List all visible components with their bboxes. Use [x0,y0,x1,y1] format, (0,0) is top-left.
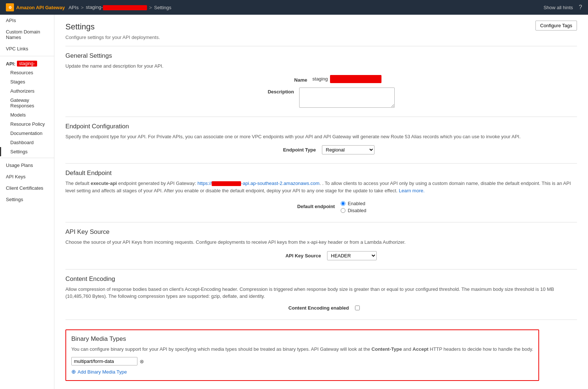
api-key-source-select[interactable]: HEADER AUTHORIZER [327,251,377,260]
default-endpoint-radio-group: Enabled Disabled [341,201,366,213]
binary-media-input-row: ⊗ [71,357,533,365]
api-key-source-desc: Choose the source of your API Keys from … [65,239,577,246]
sidebar-item-resources[interactable]: Resources [0,68,54,77]
enabled-option[interactable]: Enabled [341,201,366,206]
add-binary-media-type-link[interactable]: ⊕ Add Binary Media Type [71,368,533,375]
sidebar-item-global-settings[interactable]: Settings [0,194,54,205]
sidebar-item-models[interactable]: Models [0,110,54,119]
default-endpoint-label: Default endpoint [276,204,335,209]
breadcrumb-apis[interactable]: APIs [68,5,78,10]
execute-api-text: execute-api [91,181,117,186]
sidebar-item-documentation[interactable]: Documentation [0,129,54,138]
binary-media-types-outer-section: Binary Media Types You can configure bin… [65,320,577,381]
binary-media-desc-post: HTTP headers to decide how to handle the… [429,346,533,352]
content-encoding-checkbox[interactable] [355,306,360,310]
endpoint-url-suffix: -api.ap-southeast-2.amazonaws.com [241,181,319,186]
app-name: Amazon API Gateway [16,5,65,10]
content-encoding-title: Content Encoding [65,275,577,283]
api-key-source-label: API Key Source [266,253,321,258]
sidebar-item-custom-domain-names[interactable]: Custom Domain Names [0,26,54,43]
binary-media-types-desc: You can configure binary support for you… [71,346,533,353]
general-settings-title: General Settings [65,52,577,60]
endpoint-type-label: Endpoint Type [268,147,316,153]
api-key-source-title: API Key Source [65,228,577,236]
default-endpoint-desc: The default execute-api endpoint generat… [65,180,577,194]
sidebar-item-usage-plans[interactable]: Usage Plans [0,160,54,171]
endpoint-url-link[interactable]: https://-api.ap-southeast-2.amazonaws.co… [197,181,319,186]
binary-media-type-input[interactable] [71,357,137,365]
sidebar-item-gateway-responses[interactable]: Gateway Responses [0,96,54,110]
binary-media-types-title: Binary Media Types [71,335,533,343]
help-icon[interactable]: ? [579,4,582,11]
configure-tags-button[interactable]: Configure Tags [535,21,577,31]
disabled-label: Disabled [348,208,366,213]
show-hints-link[interactable]: Show all hints [544,5,573,10]
sidebar-divider-1 [0,56,54,56]
api-name-badge: staging- [17,61,37,67]
endpoint-type-select[interactable]: Regional Edge Optimized Private [322,145,374,154]
content-encoding-section: Content Encoding Allow compression of re… [65,269,577,311]
app-logo: ⚙ Amazon API Gateway [6,3,65,11]
disabled-radio[interactable] [341,208,345,213]
sidebar-item-authorizers[interactable]: Authorizers [0,86,54,96]
binary-media-desc-pre: You can configure binary support for you… [71,346,372,352]
name-prefix: staging [312,76,328,82]
sidebar-item-stages[interactable]: Stages [0,77,54,86]
description-label: Description [248,88,299,94]
general-settings-section: General Settings Update the name and des… [65,46,577,108]
content-encoding-label: Content Encoding enabled [283,305,349,311]
content-encoding-desc: Allow compression of response bodies bas… [65,286,577,300]
sidebar-item-resource-policy[interactable]: Resource Policy [0,119,54,129]
add-binary-media-type-label: Add Binary Media Type [78,369,127,375]
delete-binary-media-icon[interactable]: ⊗ [140,358,144,364]
top-bar-right: Show all hints ? [544,4,582,11]
add-icon: ⊕ [71,368,76,375]
enabled-label: Enabled [348,201,365,206]
top-navigation-bar: ⚙ Amazon API Gateway APIs > staging- > S… [0,0,588,15]
binary-media-types-section: Binary Media Types You can configure bin… [65,329,539,381]
default-endpoint-title: Default Endpoint [65,169,577,177]
learn-more-link[interactable]: Learn more. [399,188,424,193]
sidebar-api-label: API: staging- [0,58,54,68]
content-type-text: Content-Type [372,346,402,352]
endpoint-url-redacted [212,181,241,186]
api-text: API: [6,61,15,67]
sidebar-item-api-keys[interactable]: API Keys [0,171,54,182]
page-subtitle: Configure settings for your API deployme… [65,35,577,40]
enabled-radio[interactable] [341,201,345,206]
disabled-option[interactable]: Disabled [341,208,366,213]
sidebar-divider-2 [0,158,54,158]
endpoint-config-title: Endpoint Configuration [65,123,577,130]
endpoint-config-desc: Specify the endpoint type for your API. … [65,133,577,140]
description-input[interactable] [299,88,395,108]
name-redacted-block [330,75,381,83]
general-settings-desc: Update the name and description for your… [65,63,577,70]
main-layout: APIs Custom Domain Names VPC Links API: … [0,15,588,389]
breadcrumb-sep2: > [149,5,152,10]
sidebar-item-vpc-links[interactable]: VPC Links [0,43,54,54]
accept-text: Accept [413,346,429,352]
sidebar-item-client-certificates[interactable]: Client Certificates [0,182,54,194]
logo-icon: ⚙ [6,3,14,11]
breadcrumb: APIs > staging- > Settings [68,4,171,10]
page-title: Settings [65,22,95,32]
breadcrumb-sep1: > [81,5,84,10]
main-content: Settings Configure Tags Configure settin… [54,15,588,389]
default-endpoint-section: Default Endpoint The default execute-api… [65,163,577,213]
name-label: Name [261,75,312,83]
sidebar: APIs Custom Domain Names VPC Links API: … [0,15,54,389]
sidebar-item-apis[interactable]: APIs [0,15,54,26]
api-key-source-section: API Key Source Choose the source of your… [65,222,577,260]
endpoint-config-section: Endpoint Configuration Specify the endpo… [65,117,577,155]
binary-media-desc-and: and [402,346,413,352]
breadcrumb-settings[interactable]: Settings [154,5,171,10]
breadcrumb-staging[interactable]: staging- [86,4,147,10]
sidebar-item-settings[interactable]: Settings [0,147,54,156]
sidebar-item-dashboard[interactable]: Dashboard [0,138,54,147]
